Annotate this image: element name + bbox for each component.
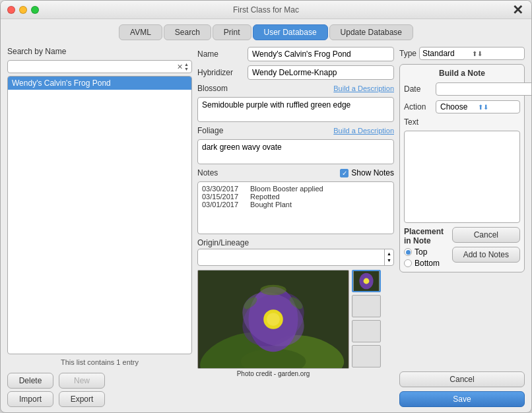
radio-top[interactable] xyxy=(404,248,412,256)
main-photo[interactable] xyxy=(197,270,349,369)
type-label: Type xyxy=(399,49,416,58)
hybridizer-input[interactable] xyxy=(248,65,394,80)
radio-top-label: Top xyxy=(415,247,427,257)
photos-section: Photo credit - garden.org xyxy=(197,270,394,407)
list-item[interactable]: Wendy's Calvin's Frog Pond xyxy=(8,77,191,90)
right-bottom-buttons: Cancel Save xyxy=(399,371,525,407)
origin-input[interactable] xyxy=(198,249,384,265)
svg-point-9 xyxy=(260,284,286,295)
note-date-1: 03/30/2017 xyxy=(202,185,245,193)
close-button[interactable] xyxy=(7,6,15,14)
cancel-button[interactable]: Cancel xyxy=(399,371,525,387)
cancel-note-button[interactable]: Cancel xyxy=(452,227,520,243)
note-text-input[interactable] xyxy=(404,131,520,223)
date-input[interactable] xyxy=(439,84,531,94)
thumbnail-4[interactable] xyxy=(352,345,381,367)
foliage-header: Foliage Build a Description xyxy=(197,126,394,135)
text-label: Text xyxy=(404,117,520,127)
show-notes-row: ✓ Show Notes xyxy=(340,168,394,177)
note-date-3: 03/01/2017 xyxy=(202,201,245,208)
plant-list[interactable]: Wendy's Calvin's Frog Pond xyxy=(7,76,192,354)
import-button[interactable]: Import xyxy=(7,391,53,407)
delete-button[interactable]: Delete xyxy=(7,373,53,389)
action-label: Action xyxy=(404,102,433,111)
svg-point-14 xyxy=(364,278,370,284)
hybridizer-label: Hybridizer xyxy=(197,68,244,77)
save-button[interactable]: Save xyxy=(399,391,525,407)
name-row: Name xyxy=(197,47,394,61)
action-select[interactable]: Choose ⬆⬇ xyxy=(436,100,520,113)
svg-rect-17 xyxy=(352,346,380,367)
blossom-textarea[interactable]: Semidouble purple with ruffled green edg… xyxy=(197,97,394,122)
tab-search[interactable]: Search xyxy=(164,24,211,40)
origin-stepper-up-icon[interactable]: ▲ xyxy=(387,251,391,257)
note-text-2: Repotted xyxy=(250,193,280,201)
name-input[interactable] xyxy=(248,47,394,61)
photo-credit: Photo credit - garden.org xyxy=(197,370,349,377)
search-box: ✕ ▲ ▼ xyxy=(7,60,192,73)
svg-rect-15 xyxy=(352,296,380,317)
name-label: Name xyxy=(197,49,244,59)
search-stepper[interactable]: ▲ ▼ xyxy=(184,62,189,71)
tab-print[interactable]: Print xyxy=(213,24,251,40)
thumbnail-column xyxy=(352,270,381,407)
radio-bottom[interactable] xyxy=(404,259,412,267)
svg-rect-16 xyxy=(352,321,380,342)
svg-point-8 xyxy=(267,313,280,326)
search-clear-button[interactable]: ✕ xyxy=(177,63,183,71)
app-window: First Class for Mac ✕ AVML Search Print … xyxy=(0,0,532,413)
add-to-notes-button[interactable]: Add to Notes xyxy=(452,247,520,263)
export-button[interactable]: Export xyxy=(59,391,105,407)
build-note-box: Build a Note Date 31 Action Choose ⬆⬇ xyxy=(399,64,525,272)
thumbnail-3[interactable] xyxy=(352,320,381,342)
window-controls xyxy=(7,6,39,14)
note-date-2: 03/15/2017 xyxy=(202,193,245,201)
center-panel: Name Hybridizer Blossom Build a Descript… xyxy=(197,47,394,407)
action-dropdown-icon: ⬆⬇ xyxy=(478,104,515,111)
show-notes-checkbox[interactable]: ✓ xyxy=(340,169,349,177)
minimize-button[interactable] xyxy=(19,6,27,14)
tab-bar: AVML Search Print User Database Update D… xyxy=(1,19,531,43)
left-buttons-row1: Delete New xyxy=(7,373,192,389)
foliage-textarea[interactable]: dark green wavy ovate xyxy=(197,139,394,164)
origin-label: Origin/Lineage xyxy=(197,238,394,247)
origin-stepper-down-icon[interactable]: ▼ xyxy=(387,257,391,264)
foliage-label: Foliage xyxy=(197,126,223,135)
thumbnail-1[interactable] xyxy=(352,270,381,292)
action-row: Action Choose ⬆⬇ xyxy=(404,100,520,113)
type-value: Standard xyxy=(422,49,472,58)
origin-stepper[interactable]: ▲ ▼ xyxy=(384,249,393,265)
tab-user-database[interactable]: User Database xyxy=(253,24,328,40)
placement-box: Placementin Note Top Bottom xyxy=(404,227,444,268)
action-value: Choose xyxy=(440,102,478,111)
blossom-label: Blossom xyxy=(197,84,228,93)
stepper-down-icon[interactable]: ▼ xyxy=(184,67,189,71)
hybridizer-row: Hybridizer xyxy=(197,65,394,80)
tab-update-database[interactable]: Update Database xyxy=(329,24,413,40)
search-input[interactable] xyxy=(11,62,177,71)
right-panel: Type Standard ⬆⬇ Build a Note Date 31 xyxy=(399,47,525,407)
stepper-up-icon[interactable]: ▲ xyxy=(184,62,189,67)
placement-buttons: Cancel Add to Notes xyxy=(452,227,520,263)
main-content: Search by Name ✕ ▲ ▼ Wendy's Calvin's Fr… xyxy=(1,43,531,412)
left-buttons-row2: Import Export xyxy=(7,391,192,407)
maximize-button[interactable] xyxy=(31,6,39,14)
thumbnail-2[interactable] xyxy=(352,295,381,317)
radio-top-row: Top xyxy=(404,247,444,257)
left-panel: Search by Name ✕ ▲ ▼ Wendy's Calvin's Fr… xyxy=(7,47,192,407)
radio-bottom-label: Bottom xyxy=(415,259,440,268)
note-text-1: Bloom Booster applied xyxy=(250,185,323,193)
new-button[interactable]: New xyxy=(59,373,105,389)
build-note-title: Build a Note xyxy=(404,69,520,78)
window-title: First Class for Mac xyxy=(233,5,299,15)
type-select[interactable]: Standard ⬆⬇ xyxy=(419,47,525,60)
close-x-button[interactable]: ✕ xyxy=(512,3,523,16)
notes-header: Notes ✓ Show Notes xyxy=(197,168,394,177)
tab-avml[interactable]: AVML xyxy=(119,24,162,40)
foliage-build-link[interactable]: Build a Description xyxy=(333,127,394,135)
date-input-wrap xyxy=(436,82,531,96)
blossom-build-link[interactable]: Build a Description xyxy=(333,84,394,92)
origin-input-wrap: ▲ ▼ xyxy=(197,249,394,266)
placement-section: Placementin Note Top Bottom Cancel Add t… xyxy=(404,227,520,268)
radio-bottom-row: Bottom xyxy=(404,259,444,268)
